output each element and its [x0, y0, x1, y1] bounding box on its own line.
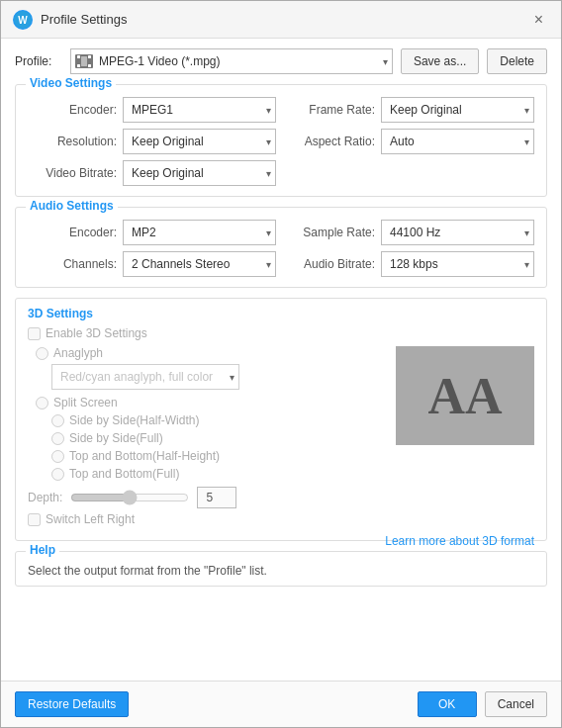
sample-rate-control: 44100 Hz48000 Hz22050 Hz — [381, 220, 534, 245]
audio-bitrate-control: 128 kbps192 kbps256 kbps320 kbps — [381, 251, 534, 277]
split-option-1-radio[interactable] — [51, 414, 64, 427]
audio-bitrate-select[interactable]: 128 kbps192 kbps256 kbps320 kbps — [381, 251, 534, 277]
split-option-3-radio[interactable] — [51, 450, 64, 463]
audio-bitrate-row: Audio Bitrate: 128 kbps192 kbps256 kbps3… — [286, 251, 534, 277]
3d-settings-section: 3D Settings Enable 3D Settings Anaglyph … — [15, 298, 547, 541]
profile-label: Profile: — [15, 54, 62, 68]
3d-options-left: Anaglyph Red/cyan anaglyph, full colorRe… — [28, 346, 386, 526]
app-icon: W — [13, 10, 33, 30]
depth-row: Depth: — [28, 487, 386, 508]
frame-rate-select[interactable]: Keep Original29.972524 — [381, 97, 534, 123]
delete-button[interactable]: Delete — [487, 48, 547, 74]
learn-more-link[interactable]: Learn more about 3D format — [385, 534, 534, 548]
audio-settings-grid: Encoder: MP2MP3AAC Sample Rate: 44100 Hz… — [28, 220, 534, 277]
3d-preview: AA — [396, 346, 534, 445]
profile-settings-dialog: W Profile Settings × Profile: MPEG-1 Vid… — [0, 0, 562, 728]
encoder-select[interactable]: MPEG1MPEG2H.264 — [123, 97, 276, 123]
anaglyph-type-select[interactable]: Red/cyan anaglyph, full colorRed/cyan an… — [51, 364, 239, 390]
split-option-1-row: Side by Side(Half-Width) — [51, 413, 386, 427]
svg-text:W: W — [18, 15, 28, 26]
anaglyph-radio[interactable] — [36, 347, 48, 360]
aspect-ratio-label: Aspect Ratio: — [286, 135, 375, 148]
3d-settings-title: 3D Settings — [28, 307, 534, 320]
encoder-control: MPEG1MPEG2H.264 — [123, 97, 276, 123]
aspect-ratio-select[interactable]: Auto4:316:9 — [381, 129, 534, 154]
enable-3d-checkbox[interactable] — [28, 327, 41, 340]
video-bitrate-row: Video Bitrate: Keep Original8000 kbps400… — [28, 160, 276, 186]
resolution-control: Keep Original1920x10801280x720854x480 — [123, 129, 276, 154]
channels-row: Channels: 2 Channels StereoMono5.1 — [28, 251, 276, 277]
switch-left-right-label: Switch Left Right — [46, 512, 135, 526]
split-option-4-label: Top and Bottom(Full) — [69, 467, 179, 481]
help-text: Select the output format from the "Profi… — [28, 564, 534, 578]
profile-row: Profile: MPEG-1 Video (*.mpg) Save as...… — [15, 48, 547, 74]
split-option-1-label: Side by Side(Half-Width) — [69, 413, 199, 427]
sample-rate-row: Sample Rate: 44100 Hz48000 Hz22050 Hz — [286, 220, 534, 245]
title-bar-left: W Profile Settings — [13, 10, 127, 30]
video-settings-title: Video Settings — [26, 76, 116, 90]
aspect-ratio-control: Auto4:316:9 — [381, 129, 534, 154]
enable-3d-label: Enable 3D Settings — [46, 326, 147, 340]
split-option-4-radio[interactable] — [51, 468, 64, 481]
profile-select[interactable]: MPEG-1 Video (*.mpg) — [70, 48, 393, 74]
close-button[interactable]: × — [528, 9, 549, 31]
switch-left-right-checkbox[interactable] — [28, 513, 41, 526]
ok-button[interactable]: OK — [418, 691, 477, 717]
encoder-row: Encoder: MPEG1MPEG2H.264 — [28, 97, 276, 123]
switch-left-right-row: Switch Left Right — [28, 512, 386, 526]
resolution-row: Resolution: Keep Original1920x10801280x7… — [28, 129, 276, 154]
channels-select[interactable]: 2 Channels StereoMono5.1 — [123, 251, 276, 277]
audio-encoder-row: Encoder: MP2MP3AAC — [28, 220, 276, 245]
channels-label: Channels: — [28, 257, 117, 271]
split-screen-radio-row: Split Screen — [36, 396, 386, 410]
3d-layout: Anaglyph Red/cyan anaglyph, full colorRe… — [28, 346, 534, 526]
depth-label: Depth: — [28, 491, 62, 504]
save-as-button[interactable]: Save as... — [401, 48, 479, 74]
audio-settings-section: Audio Settings Encoder: MP2MP3AAC Sample… — [15, 207, 547, 288]
sample-rate-select[interactable]: 44100 Hz48000 Hz22050 Hz — [381, 220, 534, 245]
frame-rate-label: Frame Rate: — [286, 103, 375, 117]
title-bar: W Profile Settings × — [1, 1, 561, 39]
frame-rate-control: Keep Original29.972524 — [381, 97, 534, 123]
dialog-title: Profile Settings — [41, 12, 127, 27]
restore-defaults-button[interactable]: Restore Defaults — [15, 691, 129, 717]
split-option-3-label: Top and Bottom(Half-Height) — [69, 449, 220, 463]
enable-3d-row: Enable 3D Settings — [28, 326, 534, 340]
split-screen-label: Split Screen — [53, 396, 118, 410]
video-settings-section: Video Settings Encoder: MPEG1MPEG2H.264 … — [15, 84, 547, 197]
split-option-3-row: Top and Bottom(Half-Height) — [51, 449, 386, 463]
encoder-label: Encoder: — [28, 103, 117, 117]
video-bitrate-control: Keep Original8000 kbps4000 kbps2000 kbps — [123, 160, 276, 186]
audio-bitrate-label: Audio Bitrate: — [286, 257, 375, 271]
split-option-2-label: Side by Side(Full) — [69, 431, 163, 445]
help-section: Help Select the output format from the "… — [15, 551, 547, 587]
split-option-4-row: Top and Bottom(Full) — [51, 467, 386, 481]
cancel-button[interactable]: Cancel — [485, 691, 547, 717]
depth-spinner[interactable] — [197, 487, 236, 508]
sample-rate-label: Sample Rate: — [286, 226, 375, 239]
resolution-label: Resolution: — [28, 135, 117, 148]
audio-encoder-control: MP2MP3AAC — [123, 220, 276, 245]
frame-rate-row: Frame Rate: Keep Original29.972524 — [286, 97, 534, 123]
anaglyph-radio-row: Anaglyph — [36, 346, 386, 360]
split-screen-radio[interactable] — [36, 397, 48, 410]
audio-settings-title: Audio Settings — [26, 199, 118, 213]
video-bitrate-label: Video Bitrate: — [28, 166, 117, 180]
resolution-select[interactable]: Keep Original1920x10801280x720854x480 — [123, 129, 276, 154]
anaglyph-label: Anaglyph — [53, 346, 103, 360]
anaglyph-select-wrapper: Red/cyan anaglyph, full colorRed/cyan an… — [51, 364, 239, 390]
footer: Restore Defaults OK Cancel — [1, 681, 561, 727]
split-option-2-radio[interactable] — [51, 432, 64, 445]
audio-encoder-label: Encoder: — [28, 226, 117, 239]
dialog-content: Profile: MPEG-1 Video (*.mpg) Save as...… — [1, 39, 561, 681]
split-option-2-row: Side by Side(Full) — [51, 431, 386, 445]
video-settings-grid: Encoder: MPEG1MPEG2H.264 Frame Rate: Kee… — [28, 97, 534, 186]
video-bitrate-select[interactable]: Keep Original8000 kbps4000 kbps2000 kbps — [123, 160, 276, 186]
help-title: Help — [26, 543, 59, 557]
profile-select-wrapper: MPEG-1 Video (*.mpg) — [70, 48, 393, 74]
depth-slider[interactable] — [70, 490, 189, 505]
audio-encoder-select[interactable]: MP2MP3AAC — [123, 220, 276, 245]
preview-aa-text: AA — [427, 367, 502, 425]
aspect-ratio-row: Aspect Ratio: Auto4:316:9 — [286, 129, 534, 154]
channels-control: 2 Channels StereoMono5.1 — [123, 251, 276, 277]
